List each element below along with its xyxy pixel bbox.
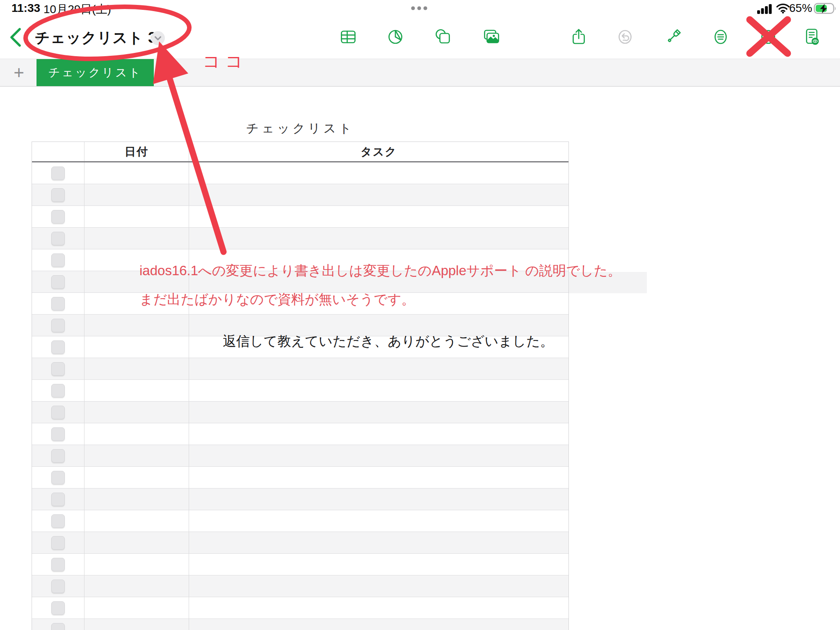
task-cell[interactable] [189, 380, 568, 401]
checkbox[interactable] [51, 297, 65, 310]
task-cell[interactable] [189, 488, 568, 510]
checkbox-cell[interactable] [32, 554, 84, 575]
format-brush-button[interactable] [663, 27, 683, 47]
task-cell[interactable] [189, 228, 568, 249]
date-cell[interactable] [84, 619, 189, 630]
checkbox[interactable] [51, 362, 65, 376]
document-title[interactable]: チェックリスト 3 [35, 28, 157, 48]
checkbox[interactable] [51, 514, 65, 528]
checkbox-cell[interactable] [32, 402, 84, 423]
checkbox-cell[interactable] [32, 336, 84, 358]
date-cell[interactable] [84, 575, 189, 597]
add-sheet-button[interactable]: + [7, 59, 30, 86]
header-date-column[interactable]: 日付 [84, 142, 189, 161]
date-cell[interactable] [84, 488, 189, 510]
checkbox-cell[interactable] [32, 206, 84, 227]
date-cell[interactable] [84, 554, 189, 575]
task-cell[interactable] [189, 206, 568, 227]
checkbox[interactable] [51, 188, 65, 202]
task-cell[interactable] [189, 510, 568, 532]
checkbox-cell[interactable] [32, 445, 84, 466]
checkbox[interactable] [51, 319, 65, 332]
checkbox-cell[interactable] [32, 162, 84, 184]
task-cell[interactable] [189, 467, 568, 488]
checkbox-cell[interactable] [32, 619, 84, 630]
date-cell[interactable] [84, 336, 189, 358]
checkbox[interactable] [51, 558, 65, 571]
task-cell[interactable] [189, 423, 568, 445]
checkbox[interactable] [51, 384, 65, 397]
back-button[interactable] [8, 27, 23, 48]
task-cell[interactable] [189, 402, 568, 423]
insert-chart-icon [386, 27, 405, 47]
checkbox[interactable] [51, 623, 65, 630]
date-cell[interactable] [84, 184, 189, 205]
insert-table-button[interactable] [338, 27, 358, 47]
date-cell[interactable] [84, 206, 189, 227]
checkbox[interactable] [51, 601, 65, 615]
checkbox-cell[interactable] [32, 293, 84, 314]
checkbox-cell[interactable] [32, 467, 84, 488]
checkbox[interactable] [51, 232, 65, 245]
checkbox[interactable] [51, 253, 65, 267]
checkbox-cell[interactable] [32, 228, 84, 249]
checkbox-cell[interactable] [32, 575, 84, 597]
checkbox-cell[interactable] [32, 249, 84, 271]
date-cell[interactable] [84, 162, 189, 184]
checkbox-cell[interactable] [32, 358, 84, 379]
checkbox[interactable] [51, 536, 65, 550]
insert-media-button[interactable] [482, 27, 501, 47]
checkbox[interactable] [51, 580, 65, 593]
checkbox[interactable] [51, 471, 65, 484]
task-cell[interactable] [189, 532, 568, 553]
date-cell[interactable] [84, 597, 189, 619]
task-cell[interactable] [189, 575, 568, 597]
share-button[interactable] [569, 27, 589, 47]
task-cell[interactable] [189, 619, 568, 630]
date-cell[interactable] [84, 423, 189, 445]
date-cell[interactable] [84, 402, 189, 423]
collaborate-button[interactable] [758, 27, 778, 47]
date-cell[interactable] [84, 380, 189, 401]
checkbox-cell[interactable] [32, 423, 84, 445]
multitask-dots-icon[interactable] [411, 6, 429, 11]
checkbox[interactable] [51, 493, 65, 506]
checkbox[interactable] [51, 449, 65, 463]
date-cell[interactable] [84, 315, 189, 336]
checkbox-cell[interactable] [32, 271, 84, 292]
checkbox-cell[interactable] [32, 597, 84, 619]
title-dropdown-button[interactable] [151, 31, 165, 45]
task-cell[interactable] [189, 358, 568, 379]
checkbox-cell[interactable] [32, 488, 84, 510]
task-cell[interactable] [189, 162, 568, 184]
checkbox-cell[interactable] [32, 184, 84, 205]
checkbox-cell[interactable] [32, 510, 84, 532]
checkbox[interactable] [51, 427, 65, 441]
document-view-button[interactable] [802, 27, 822, 47]
checkbox-cell[interactable] [32, 315, 84, 336]
checkbox-cell[interactable] [32, 532, 84, 553]
header-checkbox-column[interactable] [32, 142, 84, 161]
date-cell[interactable] [84, 358, 189, 379]
sheet-tab-checklist[interactable]: チェックリスト [37, 59, 154, 86]
task-cell[interactable] [189, 597, 568, 619]
checkbox[interactable] [51, 167, 65, 180]
header-task-column[interactable]: タスク [189, 142, 568, 161]
task-cell[interactable] [189, 445, 568, 466]
filter-list-button[interactable] [711, 27, 730, 47]
task-cell[interactable] [189, 554, 568, 575]
undo-button[interactable] [615, 27, 635, 47]
checkbox[interactable] [51, 406, 65, 419]
date-cell[interactable] [84, 467, 189, 488]
insert-chart-button[interactable] [386, 27, 405, 47]
checkbox-cell[interactable] [32, 380, 84, 401]
checkbox[interactable] [51, 210, 65, 224]
checkbox[interactable] [51, 340, 65, 354]
date-cell[interactable] [84, 510, 189, 532]
date-cell[interactable] [84, 445, 189, 466]
date-cell[interactable] [84, 228, 189, 249]
checkbox[interactable] [51, 275, 65, 289]
task-cell[interactable] [189, 184, 568, 205]
insert-shape-button[interactable] [433, 27, 452, 47]
date-cell[interactable] [84, 532, 189, 553]
